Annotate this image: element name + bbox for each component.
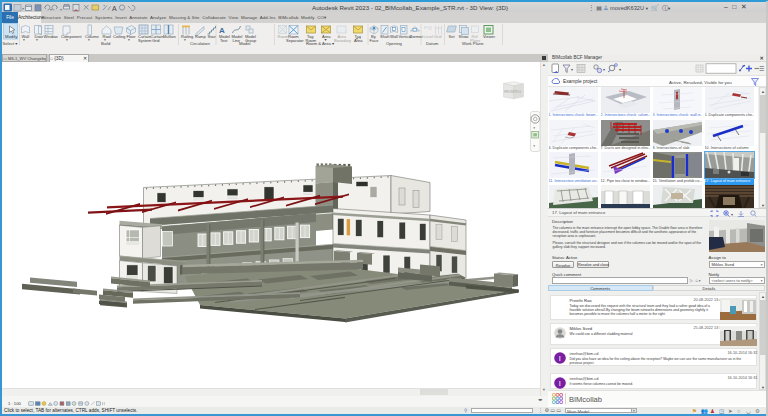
svg-text:▾: ▾: [88, 38, 90, 42]
svg-text:Opening: Opening: [386, 41, 403, 46]
svg-text:👥: 👥: [701, 408, 708, 414]
svg-text:▾: ▾: [356, 37, 358, 41]
svg-text:▾: ▾: [533, 144, 535, 148]
svg-text:Room & Area ▾: Room & Area ▾: [306, 41, 335, 46]
svg-text:Grid: Grid: [152, 38, 160, 43]
svg-text:Mullion: Mullion: [163, 34, 176, 39]
svg-text:Face: Face: [370, 38, 380, 43]
svg-text:Model: Model: [239, 41, 250, 46]
svg-text:○: ○: [737, 408, 740, 414]
svg-text:▾: ▾: [619, 67, 621, 72]
svg-text:▾: ▾: [36, 38, 38, 42]
svg-text:▾: ▾: [128, 38, 130, 42]
svg-text:♟: ♟: [710, 408, 715, 414]
svg-text:Boundary: Boundary: [334, 38, 351, 43]
svg-text:Ramp: Ramp: [195, 34, 206, 39]
svg-text:Modify: Modify: [5, 34, 18, 39]
svg-text:Railing: Railing: [181, 34, 193, 39]
svg-text:Set: Set: [449, 34, 456, 39]
svg-text:FRONT: FRONT: [504, 90, 515, 94]
svg-text:▾: ▾: [50, 6, 52, 11]
svg-text:Stair: Stair: [208, 34, 217, 39]
svg-text:⚙: ⚙: [755, 408, 760, 414]
svg-text:▾: ▾: [22, 6, 24, 11]
svg-text:Grid: Grid: [434, 34, 442, 39]
svg-text:◳: ◳: [719, 408, 724, 414]
svg-text:Level: Level: [424, 34, 434, 39]
svg-text:▾: ▾: [731, 211, 733, 216]
svg-text:Work Plane: Work Plane: [462, 41, 484, 46]
svg-text:Dormer: Dormer: [410, 34, 424, 39]
svg-text:Viewer: Viewer: [483, 34, 496, 39]
svg-text:RIG: RIG: [515, 90, 521, 94]
svg-text:I: I: [558, 353, 560, 362]
svg-text:Area: Area: [322, 34, 331, 39]
svg-text:⚑: ⚑: [692, 408, 697, 414]
svg-text:Show: Show: [459, 34, 469, 39]
svg-text:Text: Text: [220, 38, 228, 43]
svg-text:▾: ▾: [184, 38, 186, 42]
svg-text:Window: Window: [44, 34, 58, 39]
svg-text:Select ▾: Select ▾: [3, 41, 19, 46]
svg-text:▾: ▾: [60, 6, 62, 11]
svg-text:▾: ▾: [23, 38, 25, 42]
svg-text:A: A: [112, 4, 117, 11]
svg-text:Shaft: Shaft: [380, 34, 390, 39]
svg-text:▾: ▾: [533, 126, 535, 130]
svg-text:➤: ➤: [728, 408, 733, 414]
svg-text:Wall: Wall: [390, 34, 398, 39]
svg-text:▾: ▾: [66, 38, 68, 42]
svg-text:Ceiling: Ceiling: [113, 34, 125, 39]
svg-text:▾: ▾: [571, 67, 573, 72]
svg-text:Separator: Separator: [286, 38, 304, 43]
svg-text:Build: Build: [101, 41, 111, 46]
svg-text:Circulation: Circulation: [190, 41, 210, 46]
svg-text:Component: Component: [61, 34, 83, 39]
svg-text:Datum: Datum: [426, 41, 439, 46]
svg-text:I: I: [558, 378, 560, 387]
svg-text:▾: ▾: [603, 67, 605, 72]
svg-text:◡: ◡: [746, 408, 751, 414]
